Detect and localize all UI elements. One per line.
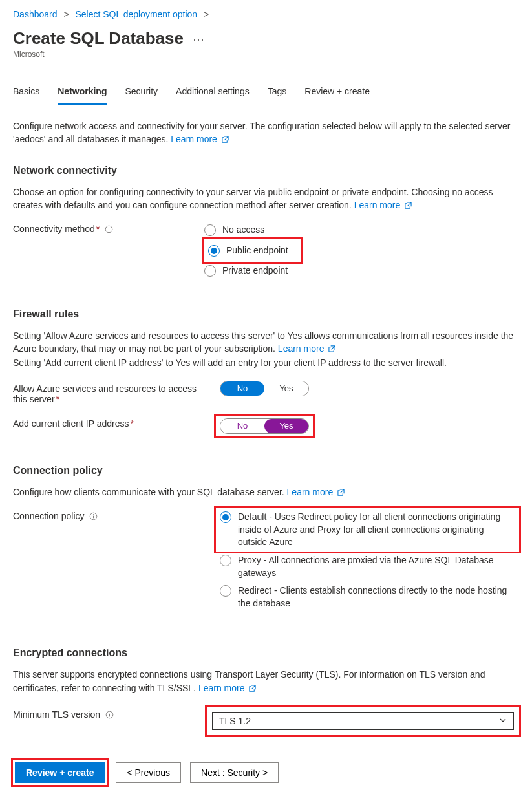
previous-button[interactable]: < Previous (116, 762, 181, 783)
connectivity-public-endpoint-label: Public endpoint (226, 244, 288, 257)
page-title: Create SQL Database (13, 28, 184, 48)
info-icon[interactable] (105, 225, 113, 235)
connectivity-method-label: Connectivity method* (13, 221, 204, 235)
connection-policy-redirect-label: Redirect - Clients establish connections… (238, 585, 515, 610)
toggle-yes[interactable]: Yes (264, 381, 308, 396)
tab-basics[interactable]: Basics (13, 86, 39, 105)
radio-icon (204, 224, 216, 236)
info-icon[interactable] (89, 512, 98, 522)
toggle-no[interactable]: No (220, 419, 264, 433)
intro-text: Configure network access and connectivit… (13, 120, 519, 147)
tab-additional-settings[interactable]: Additional settings (176, 86, 250, 105)
tab-review-create[interactable]: Review + create (304, 86, 370, 105)
radio-icon (220, 511, 231, 523)
connectivity-private-endpoint-radio[interactable]: Private endpoint (204, 262, 519, 280)
breadcrumb-sep: > (204, 9, 209, 19)
encrypted-learn-more-link[interactable]: Learn more (198, 683, 245, 693)
connection-policy-redirect-radio[interactable]: Redirect - Clients establish connections… (216, 582, 519, 612)
external-link-icon (249, 682, 256, 695)
connection-policy-desc: Configure how clients communicate with y… (13, 486, 519, 499)
tab-bar: Basics Networking Security Additional se… (13, 86, 519, 105)
chevron-down-icon (499, 716, 507, 726)
svg-point-2 (109, 227, 109, 228)
radio-icon (208, 245, 220, 257)
connectivity-no-access-radio[interactable]: No access (204, 221, 519, 239)
svg-point-8 (109, 713, 110, 713)
breadcrumb-sep: > (63, 9, 69, 19)
publisher-label: Microsoft (13, 50, 519, 59)
toggle-yes[interactable]: Yes (264, 419, 308, 433)
radio-icon (220, 585, 231, 597)
intro-learn-more-link[interactable]: Learn more (171, 134, 217, 144)
firewall-desc2-text: Setting 'Add current client IP address' … (13, 358, 447, 368)
connection-policy-desc-text: Configure how clients communicate with y… (13, 487, 284, 497)
connectivity-private-endpoint-label: Private endpoint (222, 264, 288, 277)
external-link-icon (405, 199, 412, 212)
add-client-ip-label: Add current client IP address* (13, 416, 204, 429)
network-connectivity-desc: Choose an option for configuring connect… (13, 186, 519, 213)
encrypted-connections-heading: Encrypted connections (13, 647, 519, 659)
network-connectivity-learn-more-link[interactable]: Learn more (354, 200, 401, 210)
intro-text-content: Configure network access and connectivit… (13, 121, 510, 144)
radio-icon (220, 555, 231, 566)
radio-icon (204, 265, 216, 277)
encrypted-connections-desc: This server supports encrypted connectio… (13, 668, 519, 695)
network-connectivity-heading: Network connectivity (13, 165, 519, 177)
min-tls-version-select[interactable]: TLS 1.2 (212, 712, 514, 730)
tab-networking[interactable]: Networking (58, 86, 107, 105)
external-link-icon (337, 486, 345, 499)
connection-policy-proxy-radio[interactable]: Proxy - All connections are proxied via … (216, 552, 519, 582)
firewall-desc: Setting 'Allow Azure services and resour… (13, 329, 519, 369)
toggle-no[interactable]: No (220, 381, 264, 396)
tab-security[interactable]: Security (125, 86, 158, 105)
min-tls-version-value: TLS 1.2 (219, 716, 251, 726)
min-tls-version-label: Minimum TLS version (13, 707, 204, 721)
tab-tags[interactable]: Tags (268, 86, 287, 105)
network-connectivity-desc-text: Choose an option for configuring connect… (13, 187, 493, 210)
connection-policy-label: Connection policy (13, 508, 204, 522)
connectivity-public-endpoint-radio[interactable]: Public endpoint (208, 242, 297, 260)
firewall-learn-more-link[interactable]: Learn more (278, 343, 325, 354)
info-icon[interactable] (105, 711, 114, 721)
firewall-desc1-text: Setting 'Allow Azure services and resour… (13, 330, 513, 354)
breadcrumb-deployment-option[interactable]: Select SQL deployment option (75, 9, 197, 19)
connection-policy-default-label: Default - Uses Redirect policy for all c… (238, 511, 515, 549)
connectivity-no-access-label: No access (222, 224, 264, 237)
breadcrumb-dashboard[interactable]: Dashboard (13, 9, 58, 19)
allow-azure-services-toggle[interactable]: No Yes (220, 381, 309, 396)
connection-policy-default-radio[interactable]: Default - Uses Redirect policy for all c… (216, 508, 519, 552)
svg-point-5 (93, 514, 94, 515)
next-security-button[interactable]: Next : Security > (190, 762, 279, 783)
breadcrumb: Dashboard > Select SQL deployment option… (13, 8, 519, 22)
add-client-ip-toggle[interactable]: No Yes (220, 418, 309, 434)
allow-azure-services-label: Allow Azure services and resources to ac… (13, 381, 204, 404)
external-link-icon (222, 133, 229, 146)
connection-policy-learn-more-link[interactable]: Learn more (287, 487, 334, 497)
more-actions-button[interactable]: ⋯ (193, 32, 206, 47)
firewall-rules-heading: Firewall rules (13, 308, 519, 320)
connection-policy-heading: Connection policy (13, 465, 519, 477)
review-create-button[interactable]: Review + create (15, 762, 105, 783)
external-link-icon (328, 343, 335, 356)
wizard-footer: Review + create < Previous Next : Securi… (0, 751, 532, 794)
connection-policy-proxy-label: Proxy - All connections are proxied via … (238, 554, 515, 579)
